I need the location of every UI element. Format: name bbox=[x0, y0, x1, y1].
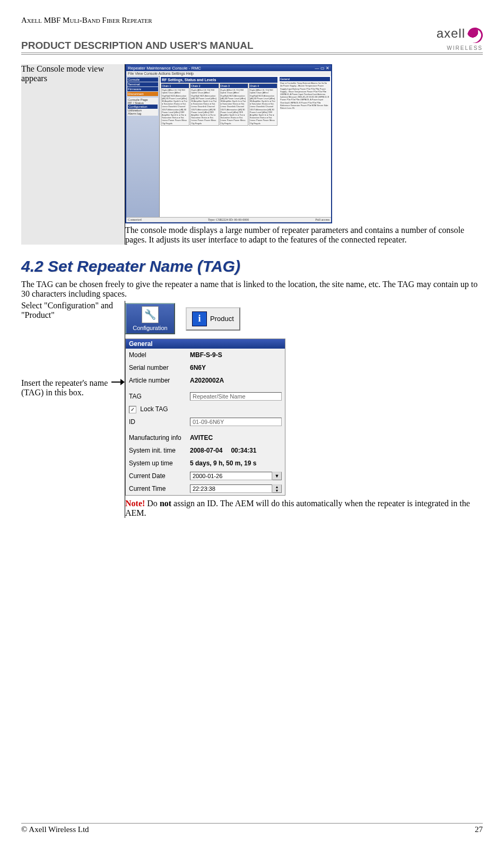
rmc-general-body: Door ● Controller Temp External Alarms 1… bbox=[280, 81, 330, 110]
gp-model-label: Model bbox=[129, 351, 190, 359]
product-button[interactable]: i Product bbox=[186, 307, 240, 331]
rmc-chain-2: Chain 2Duplx [Affect UL Ch] 950 Uplink C… bbox=[190, 83, 219, 125]
rmc-chain-3-body: Duplx [Affect UL Ch] 950 Uplink Chain [A… bbox=[220, 88, 248, 125]
gp-row-init: System init. time 2008-07-04 00:34:31 bbox=[126, 444, 285, 457]
lock-tag-checkbox[interactable]: ✓ bbox=[129, 406, 136, 413]
section1-caption: The console mode displays a large number… bbox=[125, 226, 483, 245]
rmc-main-left: RF Settings, Status and Levels Chain 1Du… bbox=[160, 76, 279, 217]
rmc-status-left: Connected bbox=[128, 218, 142, 221]
section-4-2-heading: 4.2 Set Repeater Name (TAG) bbox=[21, 257, 483, 275]
gp-row-locktag: ✓ Lock TAG bbox=[126, 403, 285, 415]
gp-init-label: System init. time bbox=[129, 447, 190, 454]
gp-serial-label: Serial number bbox=[129, 364, 190, 371]
note-line: Note! Do not assign an ID. The AEM will … bbox=[125, 499, 483, 518]
note-text-2: assign an ID. The AEM will do this autom… bbox=[125, 499, 470, 517]
section2-right: 🔧 Configuration i Product General Model … bbox=[125, 301, 483, 518]
rmc-chain-1-body: Duplx [Affect UL Ch] 950 Uplink Chain [A… bbox=[161, 88, 189, 125]
rmc-sidebar-disconnect: Disconnect bbox=[127, 92, 158, 96]
rmc-sidebar-firmware: Firmware bbox=[127, 87, 158, 91]
section2-left-text1: Select "Configuration" and "Product" bbox=[21, 301, 125, 320]
header-title: PRODUCT DESCRIPTION AND USER'S MANUAL bbox=[21, 40, 254, 51]
rmc-statusbar: Connected Type: CSR2224 ID: 00-00-0000 F… bbox=[126, 217, 331, 222]
configuration-button[interactable]: 🔧 Configuration bbox=[125, 303, 175, 334]
rmc-chain-4-h: Chain 4 bbox=[249, 84, 277, 88]
section1-right: Repeater Maintenance Console - RMC — ▭ ✕… bbox=[125, 64, 483, 245]
dropdown-arrow-icon[interactable]: ▼ bbox=[272, 472, 282, 480]
current-time-value: 22:23:38 bbox=[190, 484, 272, 493]
section2-left: Select "Configuration" and "Product" Ins… bbox=[21, 301, 125, 518]
rmc-main-right: General Door ● Controller Temp External … bbox=[279, 76, 331, 217]
tag-input[interactable]: Repeater/Site Name bbox=[190, 392, 282, 401]
rmc-title: Repeater Maintenance Console - RMC bbox=[128, 66, 201, 71]
gp-article-value: A2020002A bbox=[190, 377, 224, 384]
rmc-page-alarm: Alarm log bbox=[128, 112, 158, 115]
logo-text-bottom: WIRELESS bbox=[447, 45, 483, 51]
rmc-chain-1-h: Chain 1 bbox=[161, 84, 189, 88]
section1-table: The Console mode view appears Repeater M… bbox=[21, 64, 483, 245]
note-prefix: Note! bbox=[125, 499, 145, 508]
gp-uptime-value: 5 days, 9 h, 50 m, 19 s bbox=[190, 460, 256, 467]
gp-uptime-label: System up time bbox=[129, 460, 190, 467]
info-icon: i bbox=[192, 311, 207, 326]
gp-locktag-label: Lock TAG bbox=[140, 405, 168, 413]
gp-model-value: MBF-S-9-S bbox=[190, 351, 222, 359]
gp-row-date: Current Date 2000-01-26 ▼ bbox=[126, 470, 285, 482]
rmc-body: Console Terminal Firmware Disconnect Con… bbox=[126, 76, 331, 217]
rmc-main-heading: RF Settings, Status and Levels bbox=[161, 77, 277, 83]
logo-text-top: axell bbox=[437, 26, 465, 40]
gp-locktag-cell: ✓ Lock TAG bbox=[129, 405, 190, 413]
gp-tag-label: TAG bbox=[129, 393, 190, 400]
gp-row-id: ID 01-09-6N6Y bbox=[126, 415, 285, 428]
gp-init-value2: 00:34:31 bbox=[231, 447, 256, 454]
rmc-screenshot: Repeater Maintenance Console - RMC — ▭ ✕… bbox=[125, 64, 332, 223]
header-small-caps: Axell MBF Muli-Band Fiber Repeater bbox=[21, 16, 483, 25]
rmc-titlebar: Repeater Maintenance Console - RMC — ▭ ✕ bbox=[126, 65, 331, 71]
rmc-sidebar: Console Terminal Firmware Disconnect Con… bbox=[126, 76, 160, 217]
logo-swoosh-icon bbox=[465, 25, 485, 46]
current-date-select[interactable]: 2000-01-26 ▼ bbox=[190, 472, 282, 480]
rmc-sidebar-console: Console bbox=[127, 77, 158, 82]
gp-init-value1: 2008-07-04 bbox=[190, 447, 222, 454]
rmc-window-controls-icon: — ▭ ✕ bbox=[315, 66, 329, 71]
section2-left-text2: Insert the repeater's name (TAG) in this… bbox=[21, 378, 109, 397]
gp-time-label: Current Time bbox=[129, 485, 190, 492]
gp-id-label: ID bbox=[129, 418, 190, 426]
rmc-chain-1: Chain 1Duplx [Affect UL Ch] 950 Uplink C… bbox=[161, 83, 189, 125]
note-text-1: Do bbox=[145, 499, 160, 508]
gp-row-time: Current Time 22:23:38 ▲▼ bbox=[126, 482, 285, 495]
rmc-general-heading: General bbox=[280, 77, 330, 81]
general-panel-heading: General bbox=[126, 339, 285, 349]
config-icons-row: 🔧 Configuration i Product bbox=[125, 303, 483, 334]
gp-article-label: Article number bbox=[129, 377, 190, 384]
gp-mfg-value: AVITEC bbox=[190, 434, 213, 441]
rmc-chain-row: Chain 1Duplx [Affect UL Ch] 950 Uplink C… bbox=[161, 83, 277, 125]
rmc-chain-2-h: Chain 2 bbox=[190, 84, 218, 88]
logo: axell WIRELESS bbox=[437, 27, 483, 51]
header-row: PRODUCT DESCRIPTION AND USER'S MANUAL ax… bbox=[21, 27, 483, 53]
wrench-icon: 🔧 bbox=[142, 306, 159, 323]
gp-row-uptime: System up time 5 days, 9 h, 50 m, 19 s bbox=[126, 457, 285, 470]
header-underline bbox=[21, 54, 483, 55]
id-input[interactable]: 01-09-6N6Y bbox=[190, 418, 282, 426]
general-panel: General Model MBF-S-9-S Serial number 6N… bbox=[125, 339, 285, 496]
rmc-chain-4-body: Duplx [Affect UL Ch] 950 Uplink Chain [A… bbox=[249, 88, 277, 125]
gp-row-article: Article number A2020002A bbox=[126, 374, 285, 387]
section1-left: The Console mode view appears bbox=[21, 64, 125, 245]
rmc-chain-2-body: Duplx [Affect UL Ch] 950 Uplink Chain [A… bbox=[190, 88, 218, 125]
gp-serial-value: 6N6Y bbox=[190, 364, 206, 371]
rmc-chain-3-h: Chain 3 bbox=[220, 84, 248, 88]
rmc-page-config: Configuration bbox=[128, 105, 158, 109]
rmc-sidebar-pane: Console Page RF / Status Configuration U… bbox=[127, 98, 158, 116]
rmc-status-mid: Type: CSR2224 ID: 00-00-0000 bbox=[208, 218, 249, 221]
rmc-chain-4: Chain 4Duplx [Affect UL Ch] 950 Uplink C… bbox=[249, 83, 277, 125]
product-label: Product bbox=[210, 315, 234, 323]
current-date-value: 2000-01-26 bbox=[190, 472, 272, 480]
spinner-arrows-icon[interactable]: ▲▼ bbox=[272, 484, 282, 493]
gp-row-model: Model MBF-S-9-S bbox=[126, 349, 285, 361]
gp-mfg-label: Manufacturing info bbox=[129, 434, 190, 441]
gp-row-mfg: Manufacturing info AVITEC bbox=[126, 431, 285, 444]
section2-intro: The TAG can be chosen freely to give the… bbox=[21, 280, 483, 299]
section2-table: Select "Configuration" and "Product" Ins… bbox=[21, 301, 483, 518]
configuration-label: Configuration bbox=[133, 325, 167, 331]
current-time-spinner[interactable]: 22:23:38 ▲▼ bbox=[190, 484, 282, 493]
